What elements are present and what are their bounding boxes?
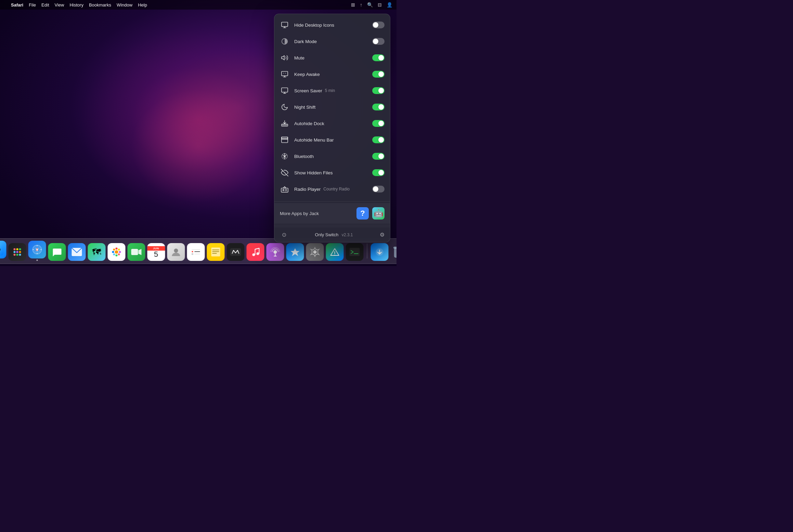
svg-rect-87 [394, 248, 396, 257]
menubar-safari[interactable]: Safari [11, 2, 23, 8]
only-switch-logo-icon: ⊙ [280, 230, 288, 239]
dock-item-appletv[interactable] [226, 243, 244, 261]
svg-point-40 [16, 254, 18, 256]
menubar-help[interactable]: Help [138, 2, 147, 8]
night-shift-icon [280, 102, 289, 112]
dock-item-music[interactable] [246, 243, 264, 261]
dock-item-reminders[interactable] [187, 243, 205, 261]
search-icon[interactable]: 🔍 [367, 2, 373, 8]
dock-item-facetime[interactable] [127, 243, 145, 261]
screen-saver-toggle[interactable] [372, 87, 385, 94]
dock-item-mail[interactable] [68, 243, 86, 261]
switch-row-autohide-menu-bar[interactable]: Autohide Menu Bar [274, 132, 390, 148]
wifi-icon[interactable]: ↑ [360, 2, 362, 8]
switch-row-screen-saver[interactable]: Screen Saver 5 min [274, 82, 390, 99]
night-shift-toggle[interactable] [372, 104, 385, 110]
downloads-icon [370, 243, 388, 261]
switch-row-bluetooth[interactable]: Bluetooth [274, 148, 390, 164]
svg-rect-0 [282, 22, 288, 27]
menubar-left: Safari File Edit View History Bookmarks … [4, 2, 147, 8]
dock-icon [280, 119, 289, 128]
settings-gear-icon[interactable]: ⚙ [380, 231, 385, 238]
dock-item-altimeter[interactable] [326, 243, 343, 261]
menubar-view[interactable]: View [55, 2, 64, 8]
radio-sublabel: Country Radio [323, 187, 350, 191]
dock-item-finder[interactable] [0, 241, 6, 261]
dock-item-sysprefs[interactable] [306, 243, 324, 261]
dock-item-safari[interactable] [28, 241, 46, 261]
svg-rect-20 [282, 137, 288, 143]
svg-point-52 [115, 248, 117, 250]
radio-player-toggle[interactable] [372, 186, 385, 192]
svg-point-34 [16, 248, 18, 250]
dock-item-appstore[interactable] [286, 243, 304, 261]
svg-point-38 [19, 251, 21, 253]
svg-marker-3 [282, 56, 284, 60]
autohide-menu-bar-toggle[interactable] [372, 136, 385, 143]
menubar-file[interactable]: File [29, 2, 36, 8]
svg-point-55 [119, 251, 121, 253]
menubar-history[interactable]: History [69, 2, 83, 8]
svg-point-64 [192, 251, 193, 252]
svg-point-59 [118, 253, 120, 255]
bluetooth-label: Bluetooth [294, 154, 367, 159]
svg-point-73 [252, 253, 255, 256]
switch-row-radio-player[interactable]: Radio Player Country Radio [274, 181, 390, 197]
safari-icon [28, 241, 46, 258]
music-icon [246, 243, 264, 261]
dock-item-launchpad[interactable] [8, 243, 26, 261]
switch-row-hide-desktop-icons[interactable]: Hide Desktop Icons [274, 17, 390, 33]
control-center-icon[interactable]: ⊞ [351, 2, 355, 8]
more-apps-icon2[interactable]: 🤖 [372, 207, 385, 220]
dock-item-photos[interactable] [107, 243, 125, 261]
svg-point-56 [113, 249, 115, 251]
show-hidden-files-toggle[interactable] [372, 169, 385, 176]
eye-slash-icon [280, 168, 289, 177]
switch-row-keep-awake[interactable]: Keep Awake [274, 66, 390, 82]
dock-item-calendar[interactable]: JUN 5 [147, 243, 165, 261]
switch-row-night-shift[interactable]: Night Shift [274, 99, 390, 115]
messages-icon [48, 243, 66, 261]
switch-row-mute[interactable]: Mute [274, 50, 390, 66]
panel-divider [274, 201, 390, 202]
svg-point-74 [256, 252, 259, 255]
switch-row-autohide-dock[interactable]: Autohide Dock [274, 115, 390, 132]
keep-awake-toggle[interactable] [372, 71, 385, 78]
switches-icon[interactable]: ⊟ [378, 2, 382, 8]
sysprefs-icon [306, 243, 324, 261]
dock-item-podcasts[interactable] [266, 243, 284, 261]
mute-toggle[interactable] [372, 54, 385, 61]
podcasts-icon [266, 243, 284, 261]
dark-mode-toggle[interactable] [372, 38, 385, 45]
switch-row-dark-mode[interactable]: Dark Mode [274, 33, 390, 50]
dock-item-contacts[interactable] [167, 243, 185, 261]
terminal-icon [346, 243, 363, 261]
switch-row-show-hidden-files[interactable]: Show Hidden Files [274, 164, 390, 181]
dock-item-messages[interactable] [48, 243, 66, 261]
menubar-bookmarks[interactable]: Bookmarks [89, 2, 111, 8]
mute-label: Mute [294, 55, 367, 61]
more-apps-icon1[interactable]: ? [356, 207, 369, 220]
hide-desktop-icons-toggle[interactable] [372, 22, 385, 28]
keep-awake-label: Keep Awake [294, 72, 367, 77]
dock-item-downloads[interactable] [370, 243, 388, 261]
screen-saver-icon [280, 86, 289, 95]
svg-line-75 [255, 248, 259, 249]
user-icon[interactable]: 👤 [387, 2, 392, 8]
dock-item-notes[interactable] [207, 243, 224, 261]
menubar-edit[interactable]: Edit [41, 2, 49, 8]
svg-marker-61 [138, 249, 141, 255]
hide-desktop-icons-label: Hide Desktop Icons [294, 23, 367, 28]
dock-item-maps[interactable]: 🗺 [88, 243, 105, 261]
autohide-dock-toggle[interactable] [372, 120, 385, 127]
dock-item-trash[interactable] [390, 243, 396, 261]
facetime-icon [127, 243, 145, 261]
svg-rect-68 [211, 248, 220, 256]
altimeter-icon [326, 243, 343, 261]
bluetooth-toggle[interactable] [372, 153, 385, 160]
svg-rect-72 [230, 248, 241, 256]
menubar-window[interactable]: Window [117, 2, 132, 8]
autohide-dock-label: Autohide Dock [294, 121, 367, 126]
more-apps-row[interactable]: More Apps by Jack ? 🤖 [274, 203, 390, 224]
dock-item-terminal[interactable] [346, 243, 363, 261]
